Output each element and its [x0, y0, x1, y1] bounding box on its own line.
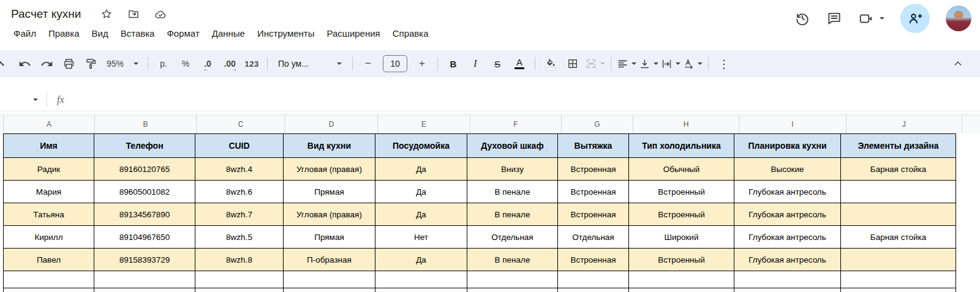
more-options-button[interactable]: ⋮	[713, 54, 735, 73]
text-rotation-button[interactable]	[682, 54, 704, 73]
menu-item-file[interactable]: Файл	[7, 27, 42, 40]
zoom-dropdown[interactable]: 95%	[102, 54, 143, 73]
menu-item-insert[interactable]: Вставка	[115, 27, 161, 40]
header-cell[interactable]: Телефон	[94, 134, 195, 158]
decrease-decimal-button[interactable]: .0←	[197, 54, 219, 73]
cloud-saved-icon[interactable]	[154, 8, 167, 20]
header-cell[interactable]: Имя	[4, 134, 94, 158]
cell[interactable]	[629, 288, 734, 292]
cell[interactable]: Встроенная	[558, 158, 629, 181]
cell[interactable]	[841, 288, 956, 292]
vertical-align-button[interactable]	[638, 54, 660, 73]
cell[interactable]: 89160120765	[94, 158, 195, 181]
column-header-B[interactable]: B	[95, 115, 197, 133]
cell[interactable]: Глубокая антресоль	[734, 226, 841, 249]
cell[interactable]: Да	[375, 158, 467, 181]
column-header-H[interactable]: H	[633, 115, 739, 133]
cell[interactable]: Кирилл	[4, 226, 94, 249]
document-title[interactable]: Расчет кухни	[11, 7, 81, 21]
header-cell[interactable]: Планировка кухни	[734, 134, 841, 158]
cell[interactable]: Глубокая антресоль	[734, 249, 841, 271]
header-cell[interactable]: Духовой шкаф	[467, 134, 558, 158]
header-cell[interactable]: Вид кухни	[284, 134, 375, 158]
cell[interactable]: Прямая	[284, 181, 375, 203]
strikethrough-button[interactable]: S	[486, 54, 508, 73]
header-cell[interactable]: Вытяжка	[558, 134, 629, 158]
merge-cells-button[interactable]	[584, 54, 606, 73]
cell[interactable]: Угловая (правая)	[284, 203, 375, 226]
cell[interactable]: В пенале	[467, 249, 558, 271]
cell[interactable]	[4, 288, 94, 292]
font-family-dropdown[interactable]: По ум...	[272, 54, 348, 73]
cell[interactable]: Прямая	[284, 226, 375, 249]
cell[interactable]	[375, 288, 467, 292]
column-header-J[interactable]: J	[846, 115, 962, 133]
cell[interactable]	[734, 288, 841, 292]
increase-decimal-button[interactable]: .00→	[219, 54, 241, 73]
cell[interactable]	[734, 271, 841, 288]
formula-input[interactable]	[64, 89, 980, 111]
meet-button[interactable]	[858, 10, 884, 26]
cell[interactable]: Мария	[4, 181, 94, 203]
cell[interactable]: Встроенный	[629, 249, 734, 271]
redo-button[interactable]	[36, 54, 58, 73]
cell[interactable]: 8wzh.8	[195, 249, 284, 271]
font-size-input[interactable]: 10	[383, 55, 407, 72]
menu-item-view[interactable]: Вид	[86, 27, 115, 40]
cell[interactable]: Встроенный	[629, 203, 734, 226]
cell[interactable]: Радик	[4, 158, 94, 181]
cell[interactable]	[841, 203, 956, 226]
column-header-A[interactable]: A	[4, 115, 95, 133]
text-color-button[interactable]: A	[508, 54, 530, 73]
hide-menus-button[interactable]	[947, 54, 969, 73]
cell[interactable]	[629, 271, 734, 288]
cell[interactable]	[195, 271, 284, 288]
cell[interactable]: Отдельная	[558, 226, 629, 249]
number-format-button[interactable]: 123	[241, 54, 263, 73]
cell[interactable]	[284, 288, 375, 292]
cell[interactable]: Угловая (правая)	[284, 158, 375, 181]
name-box[interactable]	[0, 91, 43, 108]
cell[interactable]: Павел	[4, 249, 94, 271]
bold-button[interactable]: B	[442, 54, 464, 73]
menu-item-extensions[interactable]: Расширения	[321, 27, 386, 40]
cell[interactable]	[195, 288, 284, 292]
currency-format-button[interactable]: р.	[153, 54, 175, 73]
text-wrap-button[interactable]	[660, 54, 682, 73]
menu-item-format[interactable]: Формат	[160, 27, 205, 40]
cell[interactable]: 8wzh.7	[195, 203, 284, 226]
cell[interactable]: Внизу	[467, 158, 558, 181]
cell[interactable]: 89605001082	[94, 181, 195, 203]
cell[interactable]: Отдельная	[467, 226, 558, 249]
cell[interactable]: Обычный	[629, 158, 734, 181]
menu-item-edit[interactable]: Правка	[42, 27, 86, 40]
cell[interactable]: Глубокая антресоль	[734, 181, 841, 203]
increase-font-size-button[interactable]: +	[411, 54, 433, 73]
column-header-E[interactable]: E	[378, 115, 470, 133]
account-avatar[interactable]	[946, 6, 971, 31]
cell[interactable]: Встроенный	[629, 181, 734, 203]
cell[interactable]	[4, 271, 94, 288]
cell[interactable]	[841, 249, 956, 271]
menu-item-data[interactable]: Данные	[206, 27, 251, 40]
cell[interactable]: Встроенная	[558, 203, 629, 226]
column-header-C[interactable]: C	[197, 115, 285, 133]
cell[interactable]: Глубокая антресоль	[734, 203, 841, 226]
cell[interactable]: 8wzh.5	[195, 226, 284, 249]
paint-format-button[interactable]	[80, 54, 102, 73]
comments-button[interactable]	[826, 10, 842, 26]
horizontal-align-button[interactable]	[616, 54, 638, 73]
search-icon[interactable]	[0, 59, 5, 68]
cell[interactable]	[94, 271, 195, 288]
star-icon[interactable]	[100, 8, 113, 20]
cell[interactable]: Высокие	[734, 158, 841, 181]
menu-item-tools[interactable]: Инструменты	[251, 27, 321, 40]
cell[interactable]	[558, 271, 629, 288]
cell[interactable]: 89158393729	[94, 249, 195, 271]
cell[interactable]	[375, 271, 467, 288]
version-history-button[interactable]	[794, 10, 810, 26]
cell[interactable]	[558, 288, 629, 292]
cell[interactable]: Да	[375, 181, 467, 203]
column-header-G[interactable]: G	[562, 115, 633, 133]
column-header-I[interactable]: I	[739, 115, 846, 133]
